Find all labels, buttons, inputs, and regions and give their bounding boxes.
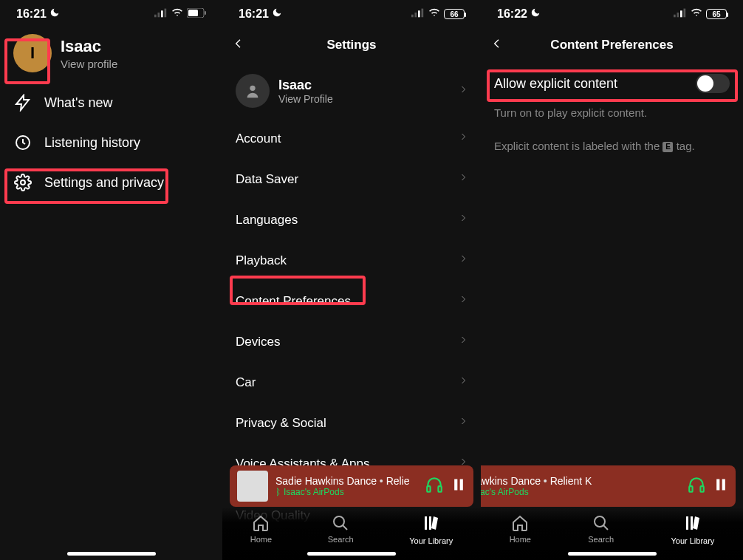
svg-point-8 — [21, 180, 25, 185]
menu-item-listening-history[interactable]: Listening history — [0, 123, 222, 163]
svg-rect-21 — [674, 15, 676, 18]
svg-rect-1 — [158, 13, 160, 17]
tab-search[interactable]: Search — [328, 514, 354, 544]
cellular-icon — [154, 7, 168, 21]
chevron-right-icon — [459, 171, 468, 188]
menu-item-whats-new[interactable]: What's new — [0, 83, 222, 123]
settings-item-content-preferences[interactable]: Content Preferences — [222, 281, 481, 321]
do-not-disturb-icon — [49, 7, 60, 21]
screenshot-2-settings: 16:21 66 Settings Isaac View Profile Acc… — [222, 0, 481, 560]
status-bar: 16:21 66 — [222, 0, 481, 27]
wifi-icon — [428, 7, 441, 21]
status-bar: 16:22 65 — [481, 0, 743, 27]
tab-home[interactable]: Home — [250, 514, 272, 544]
profile-name: Isaac — [61, 37, 117, 56]
home-indicator — [568, 552, 657, 556]
now-playing-bar[interactable]: e Hawkins Dance • Relient K ᛒIsaac's Air… — [481, 465, 736, 507]
allow-explicit-row: Allow explicit content — [481, 64, 743, 103]
header-title: Settings — [326, 38, 376, 52]
settings-item-data-saver[interactable]: Data Saver — [222, 159, 481, 199]
chevron-right-icon — [459, 374, 468, 391]
svg-rect-31 — [691, 516, 693, 530]
pause-button[interactable] — [713, 477, 728, 495]
svg-rect-22 — [677, 13, 679, 17]
svg-rect-9 — [411, 15, 414, 18]
now-playing-title: Sadie Hawkins Dance • Relie — [275, 475, 417, 487]
allow-explicit-label: Allow explicit content — [494, 76, 617, 92]
wifi-icon — [690, 7, 703, 21]
tab-home[interactable]: Home — [510, 514, 531, 544]
explicit-tag-icon: E — [662, 142, 673, 152]
svg-point-29 — [595, 516, 605, 527]
svg-rect-16 — [454, 479, 457, 491]
back-button[interactable] — [491, 38, 503, 52]
svg-rect-17 — [460, 479, 463, 491]
allow-explicit-description: Turn on to play explicit content. — [481, 103, 743, 123]
svg-point-13 — [250, 86, 255, 91]
battery-indicator: 65 — [706, 9, 727, 19]
settings-item-playback[interactable]: Playback — [222, 240, 481, 281]
headphones-icon[interactable] — [687, 475, 706, 497]
settings-item-car[interactable]: Car — [222, 362, 481, 403]
do-not-disturb-icon — [272, 7, 282, 21]
header: Settings — [222, 27, 481, 64]
chevron-right-icon — [459, 211, 468, 228]
do-not-disturb-icon — [530, 7, 541, 21]
chevron-right-icon — [459, 414, 468, 431]
tab-your-library[interactable]: Your Library — [671, 514, 714, 545]
header-title: Content Preferences — [550, 38, 673, 52]
settings-profile-row[interactable]: Isaac View Profile — [222, 64, 481, 118]
profile-name: Isaac — [278, 78, 333, 93]
svg-rect-10 — [415, 13, 417, 17]
svg-rect-27 — [716, 479, 719, 491]
svg-rect-6 — [188, 10, 198, 16]
chevron-right-icon — [459, 333, 468, 350]
now-playing-device: ᛒIsaac's AirPods — [481, 487, 679, 497]
svg-rect-25 — [689, 486, 692, 492]
settings-item-privacy-social[interactable]: Privacy & Social — [222, 403, 481, 443]
svg-rect-24 — [684, 9, 686, 18]
svg-rect-28 — [722, 479, 725, 491]
now-playing-device: ᛒIsaac's AirPods — [275, 487, 417, 497]
cellular-icon — [411, 7, 425, 21]
avatar: I — [13, 34, 52, 72]
allow-explicit-toggle[interactable] — [696, 74, 730, 93]
menu-item-settings-privacy[interactable]: Settings and privacy — [0, 163, 222, 202]
cellular-icon — [674, 7, 687, 21]
tab-search[interactable]: Search — [588, 514, 614, 544]
svg-rect-30 — [686, 516, 688, 530]
chevron-right-icon — [459, 252, 468, 269]
svg-rect-12 — [422, 9, 424, 18]
chevron-right-icon — [459, 83, 468, 99]
home-indicator — [307, 552, 396, 556]
headphones-icon[interactable] — [425, 475, 444, 497]
battery-icon — [187, 7, 206, 21]
svg-rect-0 — [154, 15, 157, 18]
tab-your-library[interactable]: Your Library — [409, 514, 453, 545]
history-icon — [13, 133, 32, 152]
svg-rect-5 — [205, 11, 206, 15]
back-button[interactable] — [233, 38, 244, 52]
battery-indicator: 66 — [444, 9, 465, 19]
svg-rect-15 — [438, 486, 441, 492]
explicit-label-note: Explicit content is labeled with the E t… — [481, 123, 743, 155]
svg-point-18 — [334, 516, 344, 527]
settings-item-account[interactable]: Account — [222, 118, 481, 159]
settings-item-languages[interactable]: Languages — [222, 199, 481, 240]
header: Content Preferences — [481, 27, 743, 64]
screenshot-1-user-menu: 16:21 I Isaac View profile What's new Li… — [0, 0, 222, 560]
pause-button[interactable] — [451, 477, 466, 495]
now-playing-bar[interactable]: Sadie Hawkins Dance • Relie ᛒIsaac's Air… — [230, 465, 473, 507]
svg-rect-19 — [425, 516, 427, 530]
chevron-right-icon — [459, 293, 468, 310]
settings-item-devices[interactable]: Devices — [222, 321, 481, 362]
chevron-right-icon — [459, 130, 468, 147]
wifi-icon — [171, 7, 184, 21]
svg-rect-2 — [161, 10, 163, 17]
status-bar: 16:21 — [0, 0, 222, 27]
bolt-icon — [13, 93, 32, 112]
svg-rect-11 — [418, 10, 420, 17]
view-profile-link[interactable]: View profile — [61, 58, 117, 70]
profile-header[interactable]: I Isaac View profile — [0, 27, 222, 83]
gear-icon — [13, 173, 32, 192]
